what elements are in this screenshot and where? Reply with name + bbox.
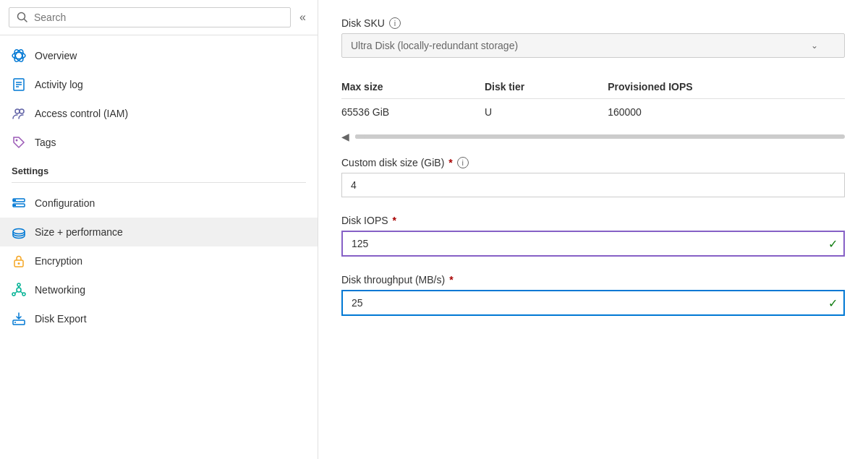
disk-iops-input-wrapper: ✓ <box>341 231 845 257</box>
sidebar-item-networking-label: Networking <box>35 284 85 296</box>
nav-items: Overview Activity log <box>0 35 318 452</box>
sidebar-item-size-performance[interactable]: Size + performance <box>0 218 318 246</box>
svg-line-25 <box>20 291 22 293</box>
sidebar-item-size-performance-label: Size + performance <box>35 226 123 238</box>
col-max-size: Max size <box>341 75 485 99</box>
activity-log-icon <box>12 77 26 92</box>
disk-throughput-group: Disk throughput (MB/s) * ✓ <box>341 274 845 316</box>
sidebar-item-encryption-label: Encryption <box>35 255 82 267</box>
svg-point-11 <box>16 140 18 142</box>
disk-throughput-check-icon: ✓ <box>828 296 838 310</box>
disk-table: Max size Disk tier Provisioned IOPS 6553… <box>341 75 845 125</box>
networking-icon <box>12 283 26 297</box>
disk-throughput-input-wrapper: ✓ <box>341 290 845 316</box>
collapse-button[interactable]: « <box>297 8 309 27</box>
required-star-disk-size: * <box>448 157 452 168</box>
slider-container: ◀ <box>341 131 845 142</box>
sidebar-item-disk-export-label: Disk Export <box>35 313 87 325</box>
custom-disk-size-label: Custom disk size (GiB) * i <box>341 157 845 168</box>
svg-point-18 <box>18 262 20 265</box>
svg-point-21 <box>12 293 15 296</box>
svg-point-10 <box>20 109 24 113</box>
required-star-iops: * <box>393 215 396 226</box>
sidebar-item-networking[interactable]: Networking <box>0 275 318 304</box>
disk-table-wrapper: Max size Disk tier Provisioned IOPS 6553… <box>341 75 845 125</box>
sidebar-item-disk-export[interactable]: Disk Export <box>0 304 318 333</box>
col-disk-tier: Disk tier <box>485 75 608 99</box>
disk-export-icon <box>12 312 26 326</box>
svg-point-27 <box>14 322 16 323</box>
sidebar-item-tags[interactable]: Tags <box>0 128 318 157</box>
search-input[interactable] <box>34 12 283 23</box>
settings-section-label: Settings <box>0 157 318 179</box>
cell-provisioned-iops: 160000 <box>608 99 845 126</box>
disk-throughput-label: Disk throughput (MB/s) * <box>341 274 845 286</box>
main-content: Disk SKU i Ultra Disk (locally-redundant… <box>318 0 868 459</box>
cell-max-size: 65536 GiB <box>341 99 485 126</box>
sidebar-item-activity-log[interactable]: Activity log <box>0 70 318 99</box>
slider-fill <box>355 134 365 139</box>
sidebar: « Overview Activ <box>0 0 318 459</box>
disk-iops-group: Disk IOPS * ✓ <box>341 215 845 257</box>
sidebar-item-configuration-label: Configuration <box>35 197 95 209</box>
disk-iops-input[interactable] <box>341 231 845 257</box>
search-bar: « <box>0 0 318 35</box>
disk-sku-group: Disk SKU i Ultra Disk (locally-redundant… <box>341 17 845 58</box>
custom-disk-size-input[interactable] <box>341 173 845 197</box>
tags-icon <box>12 135 26 150</box>
section-divider <box>12 182 306 183</box>
disk-sku-select-wrapper: Ultra Disk (locally-redundant storage) ⌄ <box>341 33 845 58</box>
sidebar-item-access-control-label: Access control (IAM) <box>35 108 128 119</box>
slider-track[interactable] <box>355 134 845 139</box>
svg-point-16 <box>13 229 25 234</box>
disk-throughput-input[interactable] <box>341 290 845 316</box>
disk-iops-label: Disk IOPS * <box>341 215 845 226</box>
search-wrapper[interactable] <box>9 7 291 27</box>
encryption-icon <box>12 254 26 268</box>
sidebar-item-overview[interactable]: Overview <box>0 41 318 70</box>
disk-iops-check-icon: ✓ <box>828 237 838 251</box>
svg-point-22 <box>22 293 25 296</box>
sidebar-item-access-control[interactable]: Access control (IAM) <box>0 99 318 128</box>
svg-point-20 <box>17 283 20 286</box>
custom-disk-size-info-icon[interactable]: i <box>457 157 469 168</box>
sidebar-item-overview-label: Overview <box>35 50 77 61</box>
sidebar-item-activity-log-label: Activity log <box>35 79 83 90</box>
col-provisioned-iops: Provisioned IOPS <box>608 75 845 99</box>
sidebar-item-configuration[interactable]: Configuration <box>0 189 318 218</box>
configuration-icon <box>12 196 26 210</box>
search-icon <box>17 12 28 23</box>
access-control-icon <box>12 106 26 121</box>
disk-sku-info-icon[interactable]: i <box>389 17 401 29</box>
required-star-throughput: * <box>449 274 453 286</box>
custom-disk-size-group: Custom disk size (GiB) * i <box>341 157 845 197</box>
sidebar-item-tags-label: Tags <box>35 137 56 148</box>
disk-sku-select[interactable]: Ultra Disk (locally-redundant storage) ⌄ <box>341 33 845 58</box>
disk-sku-label: Disk SKU i <box>341 17 845 29</box>
size-performance-icon <box>12 225 26 239</box>
svg-line-1 <box>25 20 27 22</box>
disk-size-slider-row: ◀ <box>341 131 845 142</box>
cell-disk-tier: U <box>485 99 608 126</box>
table-row: 65536 GiB U 160000 <box>341 99 845 126</box>
chevron-down-icon: ⌄ <box>811 40 818 51</box>
svg-line-24 <box>15 291 17 293</box>
overview-icon <box>12 48 26 63</box>
sidebar-item-encryption[interactable]: Encryption <box>0 246 318 275</box>
slider-left-arrow[interactable]: ◀ <box>341 131 349 142</box>
svg-point-9 <box>15 109 20 113</box>
